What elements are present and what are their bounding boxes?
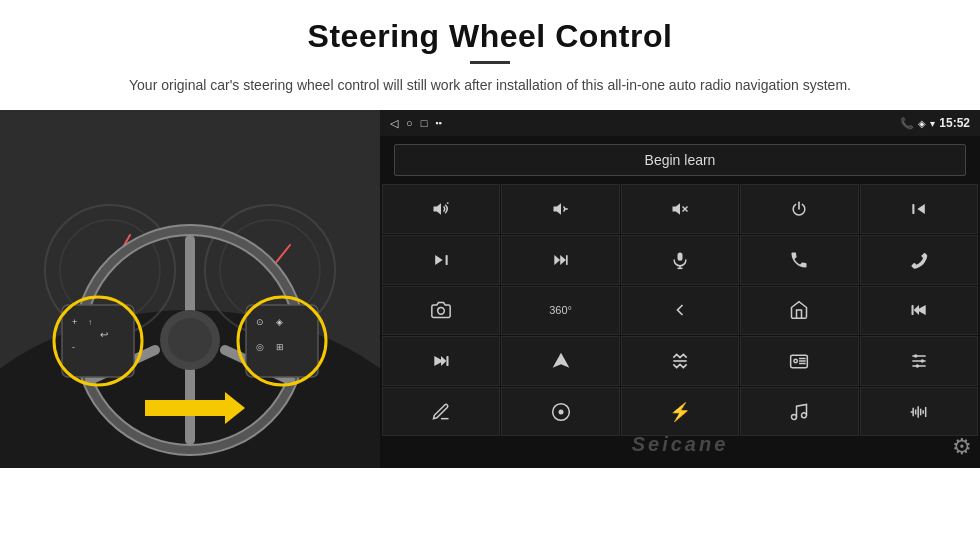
svg-marker-38 <box>435 255 443 265</box>
svg-point-64 <box>915 364 918 367</box>
power-button[interactable] <box>740 184 858 234</box>
settings-sliders-button[interactable] <box>860 336 978 386</box>
settings-sliders-icon <box>909 351 929 371</box>
fast-fwd-icon <box>551 250 571 270</box>
control-panel: ◁ ○ □ ▪▪ 📞 ◈ ▾ 15:52 Begin learn <box>380 110 980 468</box>
music-icon <box>789 402 809 422</box>
skip-back-icon <box>909 300 929 320</box>
fast-fwd-button[interactable] <box>501 235 619 285</box>
waveform-button[interactable] <box>860 387 978 437</box>
svg-point-67 <box>792 414 797 419</box>
svg-marker-52 <box>552 353 569 368</box>
svg-marker-51 <box>441 356 446 366</box>
svg-text:◎: ◎ <box>256 342 264 352</box>
prev-track-icon <box>909 199 929 219</box>
phone-call-icon <box>789 250 809 270</box>
content-area: + - ↑ ↩ ⊙ ◈ ◎ ⊞ <box>0 110 980 468</box>
disc-button[interactable] <box>501 387 619 437</box>
svg-rect-49 <box>447 356 449 366</box>
vol-up-icon <box>431 199 451 219</box>
title-divider <box>470 61 510 64</box>
vol-mute-button[interactable] <box>621 184 739 234</box>
svg-point-55 <box>794 359 797 362</box>
svg-point-62 <box>914 354 917 357</box>
back-btn[interactable]: ◁ <box>390 117 398 130</box>
svg-text:⊙: ⊙ <box>256 317 264 327</box>
begin-learn-row: Begin learn <box>380 136 980 184</box>
mic-button[interactable] <box>621 235 739 285</box>
svg-marker-32 <box>672 203 680 215</box>
steering-wheel-illustration: + - ↑ ↩ ⊙ ◈ ◎ ⊞ <box>0 110 380 468</box>
360-cam-button[interactable]: 360° <box>501 286 619 336</box>
nav-button[interactable] <box>501 336 619 386</box>
svg-rect-37 <box>446 255 448 265</box>
power-icon <box>789 199 809 219</box>
page-title: Steering Wheel Control <box>60 18 920 55</box>
settings-gear-icon[interactable]: ⚙ <box>952 434 972 460</box>
image-panel: + - ↑ ↩ ⊙ ◈ ◎ ⊞ <box>0 110 380 468</box>
phone-icon: 📞 <box>900 117 914 130</box>
prev-track-button[interactable] <box>860 184 978 234</box>
svg-rect-41 <box>566 255 568 265</box>
vol-down-icon <box>551 199 571 219</box>
bottom-bar: Seicane ⚙ <box>380 438 980 468</box>
skip-fwd-icon <box>431 351 451 371</box>
home-icon <box>789 300 809 320</box>
begin-learn-button[interactable]: Begin learn <box>394 144 966 176</box>
svg-rect-35 <box>912 204 914 214</box>
clock: 15:52 <box>939 116 970 130</box>
svg-marker-36 <box>917 204 925 214</box>
back-button[interactable] <box>621 286 739 336</box>
hang-up-icon <box>909 250 929 270</box>
svg-marker-40 <box>560 255 566 265</box>
circle-btn[interactable]: ○ <box>406 117 413 129</box>
vol-mute-icon <box>670 199 690 219</box>
skip-back-button[interactable] <box>860 286 978 336</box>
camera-icon <box>431 300 451 320</box>
bluetooth-icon: ⚡ <box>669 401 691 423</box>
svg-point-63 <box>920 359 923 362</box>
waveform-icon <box>909 402 929 422</box>
vol-up-button[interactable] <box>382 184 500 234</box>
eq-button[interactable] <box>621 336 739 386</box>
svg-rect-42 <box>677 252 682 260</box>
page-container: Steering Wheel Control Your original car… <box>0 0 980 544</box>
pen-button[interactable] <box>382 387 500 437</box>
phone-call-button[interactable] <box>740 235 858 285</box>
square-btn[interactable]: □ <box>421 117 428 129</box>
music-button[interactable] <box>740 387 858 437</box>
svg-rect-21 <box>246 305 318 377</box>
camera-button[interactable] <box>382 286 500 336</box>
dvr-button[interactable] <box>740 336 858 386</box>
svg-text:+: + <box>72 317 77 327</box>
svg-marker-39 <box>554 255 560 265</box>
svg-text:↩: ↩ <box>100 329 108 340</box>
svg-point-45 <box>438 308 445 315</box>
status-left: ◁ ○ □ ▪▪ <box>390 117 442 130</box>
svg-marker-30 <box>553 203 561 215</box>
next-track-button[interactable] <box>382 235 500 285</box>
header-section: Steering Wheel Control Your original car… <box>0 0 980 106</box>
signal-icon: ▪▪ <box>435 118 441 128</box>
disc-icon <box>551 402 571 422</box>
svg-marker-48 <box>913 305 918 315</box>
hang-up-button[interactable] <box>860 235 978 285</box>
bluetooth-button[interactable]: ⚡ <box>621 387 739 437</box>
svg-text:↑: ↑ <box>88 318 92 327</box>
svg-marker-28 <box>434 203 442 215</box>
status-right: 📞 ◈ ▾ 15:52 <box>900 116 970 130</box>
svg-text:-: - <box>72 342 75 352</box>
svg-rect-16 <box>62 305 134 377</box>
location-icon: ◈ <box>918 118 926 129</box>
svg-text:◈: ◈ <box>276 317 283 327</box>
360-cam-icon: 360° <box>549 304 572 316</box>
vol-down-button[interactable] <box>501 184 619 234</box>
status-bar: ◁ ○ □ ▪▪ 📞 ◈ ▾ 15:52 <box>380 110 980 136</box>
svg-point-15 <box>168 318 212 362</box>
dvr-icon <box>789 351 809 371</box>
subtitle-text: Your original car's steering wheel contr… <box>60 74 920 96</box>
pen-icon <box>431 402 451 422</box>
skip-fwd-button[interactable] <box>382 336 500 386</box>
svg-point-66 <box>558 409 563 414</box>
home-button[interactable] <box>740 286 858 336</box>
